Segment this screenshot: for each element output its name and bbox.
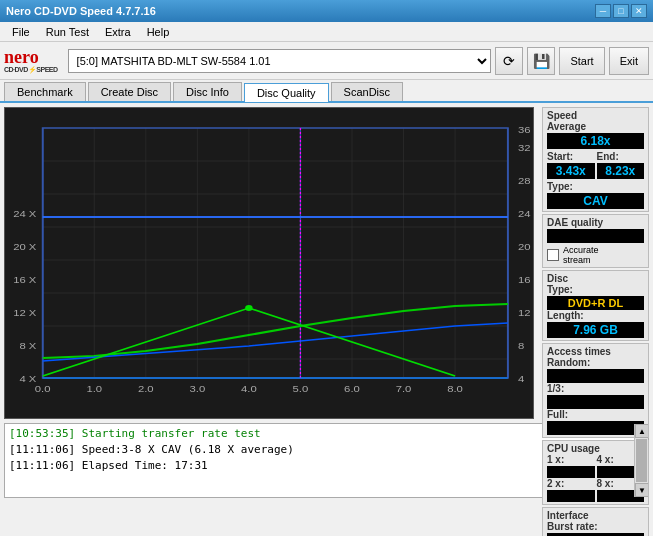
random-label: Random: — [547, 357, 644, 368]
chart-area: 4 X 8 X 12 X 16 X 20 X 24 X 4 8 12 16 20… — [4, 107, 534, 419]
svg-text:20: 20 — [518, 242, 531, 252]
length-label: Length: — [547, 310, 644, 321]
minimize-button[interactable]: ─ — [595, 4, 611, 18]
disc-type-value: DVD+R DL — [547, 296, 644, 310]
svg-text:12: 12 — [518, 308, 531, 318]
menu-help[interactable]: Help — [139, 24, 178, 40]
onethird-value — [547, 395, 644, 409]
right-panel: Speed Average 6.18x Start: 3.43x End: 8.… — [538, 103, 653, 423]
end-label: End: — [597, 151, 645, 162]
main-content: 4 X 8 X 12 X 16 X 20 X 24 X 4 8 12 16 20… — [0, 103, 653, 423]
svg-text:1.0: 1.0 — [86, 384, 102, 394]
svg-text:4 X: 4 X — [19, 374, 36, 384]
accurate-stream-row: Accurate stream — [547, 245, 644, 265]
save-icon-button[interactable]: 💾 — [527, 47, 555, 75]
title-bar: Nero CD-DVD Speed 4.7.7.16 ─ □ ✕ — [0, 0, 653, 22]
tab-bar: Benchmark Create Disc Disc Info Disc Qua… — [0, 80, 653, 103]
refresh-icon-button[interactable]: ⟳ — [495, 47, 523, 75]
maximize-button[interactable]: □ — [613, 4, 629, 18]
random-value — [547, 369, 644, 383]
dae-value — [547, 229, 644, 243]
toolbar: nero CD·DVD⚡SPEED [5:0] MATSHITA BD-MLT … — [0, 42, 653, 80]
chart-svg: 4 X 8 X 12 X 16 X 20 X 24 X 4 8 12 16 20… — [5, 108, 533, 418]
svg-text:0.0: 0.0 — [35, 384, 51, 394]
window-controls: ─ □ ✕ — [595, 4, 647, 18]
start-value: 3.43x — [547, 163, 595, 179]
type-label: Type: — [547, 181, 644, 192]
end-value: 8.23x — [597, 163, 645, 179]
start-button[interactable]: Start — [559, 47, 604, 75]
accurate-stream-checkbox[interactable] — [547, 249, 559, 261]
svg-text:12 X: 12 X — [13, 308, 36, 318]
access-label: Access times — [547, 346, 644, 357]
dae-label: DAE quality — [547, 217, 644, 228]
menu-extra[interactable]: Extra — [97, 24, 139, 40]
nero-logo: nero — [4, 48, 58, 66]
disc-label: Disc — [547, 273, 644, 284]
accurate-label: Accurate stream — [563, 245, 599, 265]
menu-file[interactable]: File — [4, 24, 38, 40]
logo: nero CD·DVD⚡SPEED — [4, 48, 58, 74]
start-label: Start: — [547, 151, 595, 162]
log-content: [10:53:35] Starting transfer rate test [… — [5, 424, 634, 497]
interface-label: Interface — [547, 510, 644, 521]
svg-point-48 — [245, 305, 253, 311]
svg-text:5.0: 5.0 — [293, 384, 309, 394]
log-scrollbar: ▲ ▼ — [634, 424, 648, 497]
svg-text:2.0: 2.0 — [138, 384, 154, 394]
log-line-0: [10:53:35] Starting transfer rate test — [9, 426, 630, 442]
tab-disc-quality[interactable]: Disc Quality — [244, 83, 329, 102]
menu-run-test[interactable]: Run Test — [38, 24, 97, 40]
svg-text:4.0: 4.0 — [241, 384, 257, 394]
speed-label: Speed — [547, 110, 644, 121]
speed-section: Speed Average 6.18x Start: 3.43x End: 8.… — [542, 107, 649, 212]
interface-section: Interface Burst rate: — [542, 507, 649, 536]
svg-text:8.0: 8.0 — [447, 384, 463, 394]
svg-text:24: 24 — [518, 209, 531, 219]
window-title: Nero CD-DVD Speed 4.7.7.16 — [6, 5, 156, 17]
disc-type-label: Type: — [547, 284, 644, 295]
length-value: 7.96 GB — [547, 322, 644, 338]
log-line-1: [11:11:06] Speed:3-8 X CAV (6.18 X avera… — [9, 442, 630, 458]
type-value: CAV — [547, 193, 644, 209]
svg-text:7.0: 7.0 — [396, 384, 412, 394]
tab-scan-disc[interactable]: ScanDisc — [331, 82, 403, 101]
svg-text:36: 36 — [518, 125, 531, 135]
burst-label: Burst rate: — [547, 521, 644, 532]
disc-section: Disc Type: DVD+R DL Length: 7.96 GB — [542, 270, 649, 341]
svg-text:32: 32 — [518, 143, 531, 153]
svg-text:4: 4 — [518, 374, 525, 384]
tab-create-disc[interactable]: Create Disc — [88, 82, 171, 101]
cd-dvd-speed-logo: CD·DVD⚡SPEED — [4, 66, 58, 74]
svg-text:6.0: 6.0 — [344, 384, 360, 394]
svg-text:8 X: 8 X — [19, 341, 36, 351]
svg-text:8: 8 — [518, 341, 525, 351]
scroll-thumb[interactable] — [636, 439, 647, 482]
onethird-label: 1/3: — [547, 383, 644, 394]
exit-button[interactable]: Exit — [609, 47, 649, 75]
log-area: [10:53:35] Starting transfer rate test [… — [4, 423, 649, 498]
drive-select[interactable]: [5:0] MATSHITA BD-MLT SW-5584 1.01 — [68, 49, 492, 73]
full-label: Full: — [547, 409, 644, 420]
scroll-down-button[interactable]: ▼ — [635, 483, 649, 497]
svg-rect-0 — [5, 108, 533, 418]
close-button[interactable]: ✕ — [631, 4, 647, 18]
svg-text:20 X: 20 X — [13, 242, 36, 252]
svg-text:28: 28 — [518, 176, 531, 186]
svg-text:16 X: 16 X — [13, 275, 36, 285]
log-line-2: [11:11:06] Elapsed Time: 17:31 — [9, 458, 630, 474]
average-value: 6.18x — [547, 133, 644, 149]
tab-benchmark[interactable]: Benchmark — [4, 82, 86, 101]
scroll-up-button[interactable]: ▲ — [635, 424, 649, 438]
svg-text:24 X: 24 X — [13, 209, 36, 219]
menu-bar: File Run Test Extra Help — [0, 22, 653, 42]
average-label: Average — [547, 121, 644, 132]
dae-section: DAE quality Accurate stream — [542, 214, 649, 268]
svg-text:3.0: 3.0 — [189, 384, 205, 394]
tab-disc-info[interactable]: Disc Info — [173, 82, 242, 101]
svg-text:16: 16 — [518, 275, 531, 285]
